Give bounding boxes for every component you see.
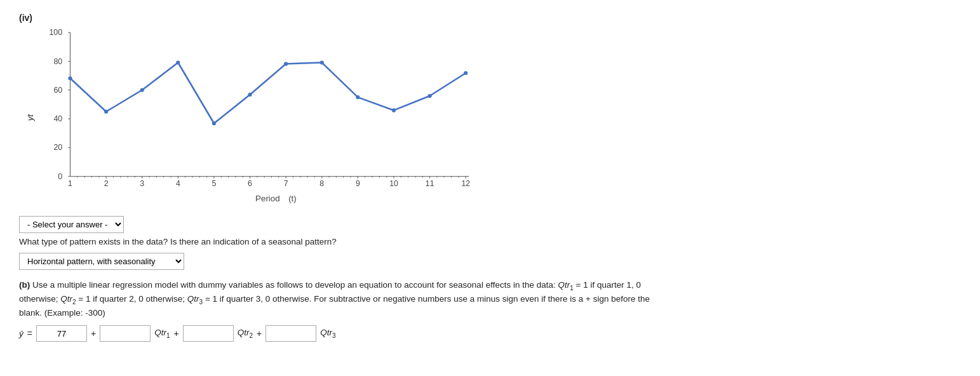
svg-text:40: 40 [53,114,62,123]
svg-point-84 [104,110,108,114]
chart-area: 0 20 40 60 80 100 [37,25,482,210]
qtr2-label: Qtr2 [238,328,253,339]
svg-text:1: 1 [68,179,72,188]
answer-select-2[interactable]: Horizontal pattern, with seasonality Tre… [19,253,184,270]
svg-point-83 [68,76,72,80]
y-hat-label: ŷ [19,329,23,339]
chart-svg: 0 20 40 60 80 100 [37,25,482,210]
plus3-sign: + [257,328,262,339]
qtr3-label: Qtr3 [320,328,335,339]
qtr2-input[interactable] [183,325,234,342]
svg-text:100: 100 [50,28,63,37]
svg-text:5: 5 [212,179,217,188]
svg-point-85 [140,88,144,92]
svg-point-93 [428,94,432,98]
svg-point-90 [320,60,324,64]
svg-text:9: 9 [356,179,360,188]
svg-text:60: 60 [53,86,62,95]
svg-text:11: 11 [426,179,434,188]
equals-sign: = [27,328,32,339]
part-b-container: (b) Use a multiple linear regression mod… [19,279,654,342]
svg-text:7: 7 [284,179,288,188]
svg-text:Period: Period [255,194,280,203]
qtr1-label: Qtr1 [154,328,170,339]
svg-text:3: 3 [140,179,144,188]
question-text: What type of pattern exists in the data?… [19,237,961,246]
plus1-sign: + [91,328,96,339]
svg-text:2: 2 [104,179,109,188]
svg-text:12: 12 [461,179,470,188]
svg-point-89 [284,62,288,66]
svg-text:8: 8 [319,179,324,188]
svg-text:6: 6 [248,179,252,188]
svg-text:20: 20 [53,143,62,152]
part-iv-label: (iv) [19,13,961,23]
qtr3-input[interactable] [265,325,316,342]
svg-point-86 [176,60,180,64]
answer-select-1[interactable]: - Select your answer - Yes No [19,216,124,233]
svg-point-92 [392,109,396,112]
svg-point-88 [248,93,252,97]
svg-text:80: 80 [53,57,62,66]
qtr1-input[interactable] [100,325,151,342]
svg-point-87 [212,121,216,125]
chart-container: yt 0 20 40 60 80 100 [25,25,961,210]
dropdown2-row: Horizontal pattern, with seasonality Tre… [19,253,961,270]
part-b-text: (b) Use a multiple linear regression mod… [19,279,654,320]
plus2-sign: + [173,328,178,339]
svg-text:4: 4 [176,179,180,188]
svg-point-94 [464,71,467,75]
intercept-input[interactable] [36,325,87,342]
equation-row: ŷ = + Qtr1 + Qtr2 + Qtr3 [19,325,654,342]
part-b-label: (b) [19,280,30,290]
svg-text:(t): (t) [288,194,297,203]
dropdown1-row: - Select your answer - Yes No [19,216,961,233]
svg-point-91 [356,95,359,99]
y-axis-label: yt [25,114,35,121]
svg-text:10: 10 [389,179,398,188]
svg-text:0: 0 [58,172,62,181]
